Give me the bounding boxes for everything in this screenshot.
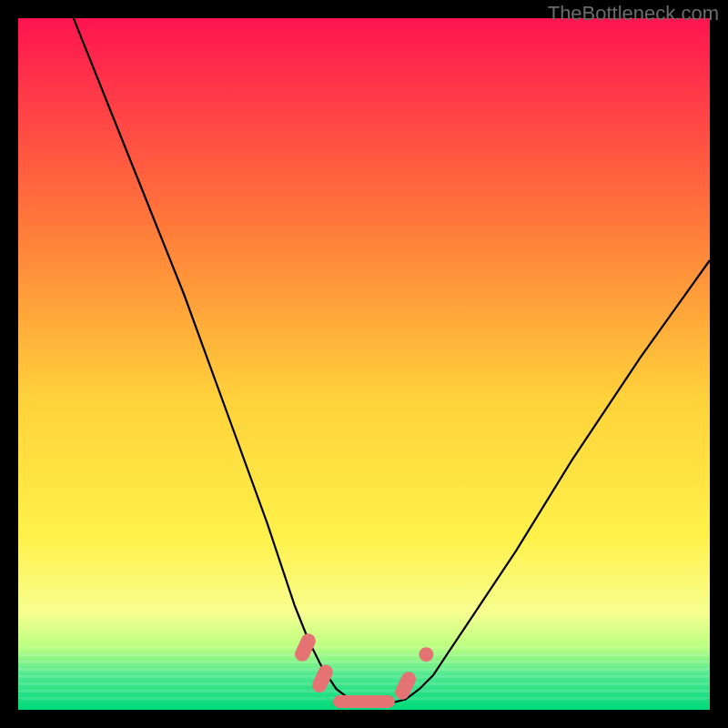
chart-frame [18, 18, 710, 710]
svg-rect-2 [18, 661, 710, 663]
svg-rect-6 [18, 690, 710, 693]
svg-rect-3 [18, 668, 710, 671]
marker-5 [419, 647, 433, 662]
bottleneck-chart [18, 18, 710, 710]
svg-rect-0 [18, 646, 710, 649]
svg-rect-1 [18, 653, 710, 656]
svg-rect-4 [18, 675, 710, 678]
svg-rect-5 [18, 682, 710, 685]
marker-3 [333, 695, 395, 708]
chart-background [18, 18, 710, 710]
watermark-label: TheBottleneck.com [548, 2, 719, 25]
